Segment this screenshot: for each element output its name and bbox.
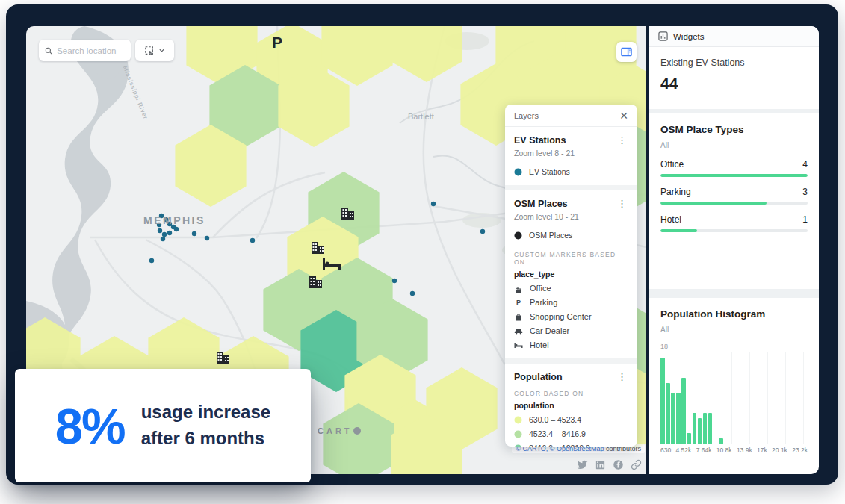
carto-watermark: CART [318,426,361,435]
ev-station-dot[interactable] [174,227,179,231]
population-range-label: 630.0 – 4523.4 [529,415,581,424]
widgets-sidebar: Widgets Existing EV Stations 44 OSM Plac… [649,26,819,474]
place-type-value: 4 [802,159,808,169]
layer-title-osm-places: OSM Places [514,199,568,209]
search-input[interactable] [57,46,125,55]
shopping-bag-icon [514,312,523,321]
place-type-row-office[interactable]: Office 4 [660,159,808,177]
ev-widget-title: Existing EV Stations [660,57,808,68]
layers-panel: Layers ✕ EV Stations ⋮ Zoom level 8 - 21… [505,105,637,447]
marker-item-parking: P Parking [514,298,628,307]
population-range-label: 4523.4 – 8416.9 [529,429,586,438]
facebook-icon[interactable] [613,459,624,470]
ev-station-dot[interactable] [161,237,165,241]
x-tick: 13.9k [737,447,752,454]
place-type-value: 3 [802,187,808,197]
layer-title-ev-stations: EV Stations [514,135,566,146]
layer-legend-label: EV Stations [529,167,570,176]
ev-station-dot[interactable] [162,232,167,237]
marker-item-car-dealer: Car Dealer [514,326,628,335]
divider [649,289,819,298]
office-icon [514,284,523,293]
layer-zoom-range: Zoom level 8 - 21 [514,149,628,158]
ev-station-dot[interactable] [167,231,172,235]
panel-toggle-button[interactable] [616,42,637,62]
marker-item-office: Office [514,284,628,293]
histogram-ymax-label: 18 [660,343,808,350]
layer-zoom-range: Zoom level 10 - 21 [514,212,628,221]
page: Mississippi River MEMPHIS Bartlett P CAR… [0,0,845,504]
population-legend-row: 630.0 – 4523.4 [514,415,628,424]
progress-track [660,174,808,177]
layer-section-osm-places: OSM Places ⋮ Zoom level 10 - 21 OSM Plac… [505,190,637,358]
parking-icon: P [514,298,523,307]
population-hex[interactable] [391,26,462,82]
layer-section-population: Population ⋮ COLOR BASED ON population 6… [505,364,637,447]
linkedin-icon[interactable] [595,459,606,470]
progress-track [660,229,808,232]
ev-station-dot[interactable] [192,231,196,236]
marker-item-label: Parking [530,298,557,307]
chevron-down-icon [158,47,165,54]
widgets-header-label: Widgets [673,32,705,41]
town-label-bartlett: Bartlett [408,112,434,121]
ev-stations-widget: Existing EV Stations 44 [649,47,819,109]
place-type-row-hotel[interactable]: Hotel 1 [660,214,808,232]
ev-station-dot[interactable] [205,236,209,240]
close-icon[interactable]: ✕ [619,111,628,121]
ev-station-dot[interactable] [392,279,397,283]
histogram-bar [698,418,702,444]
layer-section-ev-stations: EV Stations ⋮ Zoom level 8 - 21 EV Stati… [505,127,637,185]
ev-station-dot[interactable] [431,202,436,206]
parking-map-marker: P [272,34,282,52]
color-based-on-field: population [514,401,628,410]
ev-station-dot[interactable] [480,229,485,234]
place-type-label: Office [660,159,684,169]
layout-panel-icon [621,47,632,57]
ev-station-dot[interactable] [149,258,154,263]
histogram-bar [671,393,675,444]
kebab-menu-icon[interactable]: ⋮ [616,372,628,382]
selection-tool-button[interactable] [135,40,174,61]
x-tick: 7.64k [696,447,712,454]
x-tick: 20.1k [772,447,787,454]
marker-item-label: Office [530,284,551,293]
histogram-chart[interactable] [660,352,808,444]
progress-fill [660,229,697,232]
car-icon [514,326,523,335]
search-bar[interactable] [39,40,131,61]
place-type-label: Hotel [660,214,681,225]
stat-callout-card: 8% usage increase after 6 months [15,369,311,482]
x-tick: 10.8k [716,447,732,454]
stat-description: usage increase after 6 months [141,399,270,452]
histogram-bar [681,378,686,444]
kebab-menu-icon[interactable]: ⋮ [616,199,628,208]
histogram-bar [660,358,665,444]
ev-station-dot[interactable] [250,238,255,243]
population-swatch [514,416,522,424]
layer-legend-row: EV Stations [514,167,628,176]
histogram-bar [708,413,713,444]
histogram-x-ticks: 630 4.52k 7.64k 10.8k 13.9k 17k 20.1k 23… [660,447,808,454]
x-tick: 4.52k [676,447,692,454]
x-tick: 23.2k [792,447,808,454]
layer-swatch-dot [514,168,522,176]
bed-icon [514,340,523,349]
ev-station-dot[interactable] [410,291,415,296]
population-swatch [514,444,522,447]
marker-item-label: Shopping Center [530,312,592,321]
place-type-row-parking[interactable]: Parking 3 [660,187,808,205]
histogram-bar [676,393,681,444]
kebab-menu-icon[interactable]: ⋮ [616,135,628,145]
city-label-memphis: MEMPHIS [143,214,205,226]
population-histogram-widget: Population Histogram All 18 630 4.52k 7.… [649,298,819,464]
histogram-bar [719,438,723,444]
twitter-icon[interactable] [577,459,588,470]
population-legend-row: 4523.4 – 8416.9 [514,429,628,438]
marquee-select-icon [144,46,155,56]
ev-station-dot[interactable] [158,228,162,233]
layer-legend-row: OSM Places [514,231,628,240]
share-link-icon[interactable] [631,459,642,470]
ev-widget-value: 44 [660,75,808,93]
search-icon [45,46,52,55]
